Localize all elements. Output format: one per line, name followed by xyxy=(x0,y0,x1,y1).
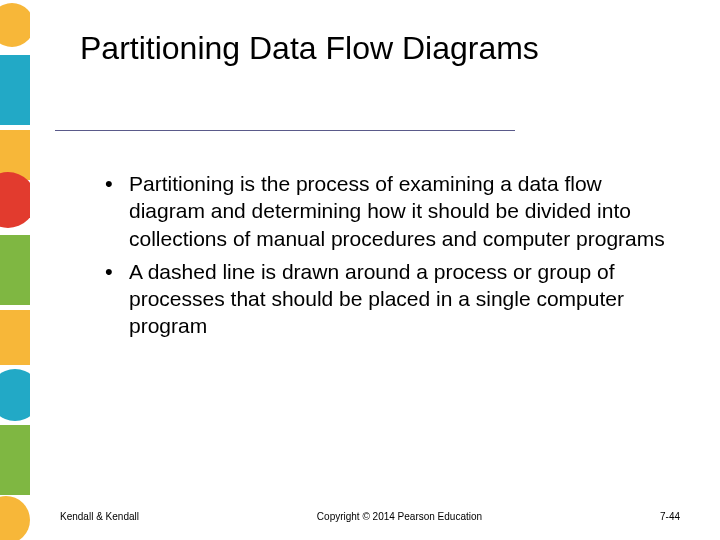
bullet-list: Partitioning is the process of examining… xyxy=(105,170,670,346)
slide-title: Partitioning Data Flow Diagrams xyxy=(80,30,680,67)
svg-rect-8 xyxy=(0,425,30,495)
svg-point-7 xyxy=(0,369,30,421)
footer-copyright: Copyright © 2014 Pearson Education xyxy=(139,511,660,522)
footer-page-number: 7-44 xyxy=(660,511,680,522)
svg-rect-5 xyxy=(0,235,30,305)
title-underline xyxy=(55,130,515,131)
slide-footer: Kendall & Kendall Copyright © 2014 Pears… xyxy=(60,511,680,522)
decorative-sidebar xyxy=(0,0,30,540)
bullet-item: Partitioning is the process of examining… xyxy=(105,170,670,252)
svg-point-4 xyxy=(0,172,30,228)
svg-rect-2 xyxy=(0,55,30,125)
svg-rect-6 xyxy=(0,310,30,365)
footer-author: Kendall & Kendall xyxy=(60,511,139,522)
svg-point-1 xyxy=(0,3,30,47)
bullet-item: A dashed line is drawn around a process … xyxy=(105,258,670,340)
